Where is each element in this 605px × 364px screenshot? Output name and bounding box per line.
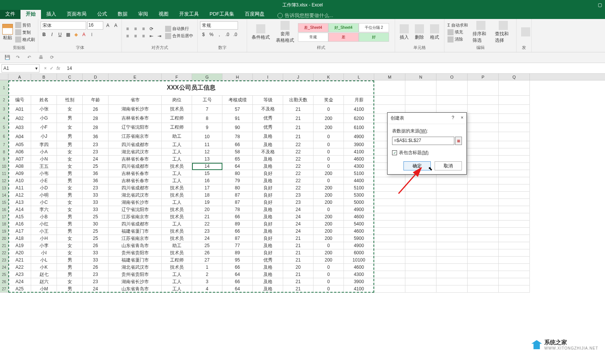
cell[interactable]: 200 xyxy=(314,199,344,206)
format-cells-button[interactable]: 格式 xyxy=(428,24,441,41)
cell[interactable]: 26 xyxy=(83,264,109,271)
cell[interactable] xyxy=(436,96,468,105)
cell[interactable] xyxy=(499,257,530,264)
cell[interactable]: 22 xyxy=(283,141,314,148)
cell[interactable]: A17 xyxy=(8,228,31,235)
cell[interactable]: 14 xyxy=(192,163,222,170)
dialog-help-button[interactable]: ? xyxy=(452,115,454,120)
border-button[interactable]: ▦ xyxy=(65,31,71,38)
cell[interactable]: 23 xyxy=(283,199,314,206)
cell[interactable]: 及格 xyxy=(253,156,283,163)
cell[interactable]: 33 xyxy=(83,257,109,264)
cell[interactable]: 及格 xyxy=(253,242,283,249)
fill-button[interactable]: 填充 xyxy=(447,29,469,36)
cell[interactable]: A09 xyxy=(8,170,31,177)
cell[interactable]: 出勤天数 xyxy=(283,96,314,105)
cell[interactable]: 24 xyxy=(283,206,314,213)
cell[interactable] xyxy=(405,184,436,192)
cell[interactable] xyxy=(374,264,405,271)
cell[interactable]: 24 xyxy=(283,228,314,235)
cell[interactable] xyxy=(468,123,499,132)
cell[interactable] xyxy=(405,264,436,271)
cell[interactable] xyxy=(405,285,436,293)
cell[interactable]: 小李 xyxy=(31,242,57,249)
cell[interactable] xyxy=(499,221,530,228)
cell[interactable]: A21 xyxy=(8,257,31,264)
cell[interactable]: 21 xyxy=(283,114,314,123)
cell[interactable]: 26 xyxy=(192,249,222,257)
cell[interactable]: 女 xyxy=(57,163,83,170)
cell[interactable]: 小M xyxy=(31,285,57,293)
cell[interactable]: A24 xyxy=(8,278,31,285)
undo-icon[interactable]: ↶ xyxy=(27,55,33,61)
cell[interactable]: 0 xyxy=(314,264,344,271)
cell[interactable]: 22 xyxy=(283,163,314,170)
find-select-button[interactable]: 查找和选择 xyxy=(493,20,514,44)
cell[interactable]: 优秀 xyxy=(253,123,283,132)
cut-button[interactable]: 剪切 xyxy=(14,22,36,28)
cell[interactable] xyxy=(499,228,530,235)
cell[interactable]: 3900 xyxy=(344,278,374,285)
row-header[interactable]: 3 xyxy=(0,105,8,114)
cell[interactable] xyxy=(436,278,468,285)
chevron-down-icon[interactable]: ▾ xyxy=(35,66,38,71)
cell[interactable]: 小F xyxy=(31,123,57,132)
cell[interactable] xyxy=(436,199,468,206)
cell[interactable]: 64 xyxy=(222,271,253,278)
tab-pdf-tools[interactable]: PDF工具集 xyxy=(204,9,239,19)
cell[interactable] xyxy=(499,80,530,96)
cell[interactable] xyxy=(405,80,436,96)
cell[interactable]: 66 xyxy=(222,278,253,285)
row-header[interactable]: 25 xyxy=(0,271,8,278)
align-left-button[interactable]: ≡ xyxy=(124,33,131,39)
increase-font-button[interactable]: A xyxy=(104,22,111,29)
row-header[interactable]: 16 xyxy=(0,206,8,213)
cell[interactable]: 湖南省长沙市 xyxy=(109,105,162,114)
cell[interactable]: 2 xyxy=(192,271,222,278)
cell[interactable] xyxy=(468,105,499,114)
cell[interactable]: 25 xyxy=(83,228,109,235)
align-right-button[interactable]: ≡ xyxy=(140,33,147,39)
cell[interactable]: 吉林省长春市 xyxy=(109,156,162,163)
cell[interactable] xyxy=(436,249,468,257)
cell[interactable]: 200 xyxy=(314,114,344,123)
cell[interactable]: A01 xyxy=(8,105,31,114)
cell[interactable]: 男 xyxy=(57,271,83,278)
cell[interactable]: 男 xyxy=(57,264,83,271)
cell[interactable]: 江苏省南京市 xyxy=(109,132,162,141)
row-header[interactable]: 6 xyxy=(0,132,8,141)
cell[interactable]: 贵州省贵阳市 xyxy=(109,249,162,257)
cell[interactable]: 23 xyxy=(192,228,222,235)
cell[interactable]: 及格 xyxy=(253,206,283,213)
style-bad-sheet4[interactable]: 差_Sheet4 xyxy=(298,23,328,32)
cell[interactable]: 男 xyxy=(57,192,83,199)
cell[interactable]: 10100 xyxy=(344,257,374,264)
cell[interactable] xyxy=(499,285,530,293)
cell[interactable] xyxy=(405,278,436,285)
cell[interactable] xyxy=(374,177,405,184)
cell-styles-gallery[interactable]: 差_Sheet4 好_Sheet4 千位分隔 2 常规 差 好 xyxy=(298,23,389,42)
cell[interactable]: 湖北省武汉市 xyxy=(109,192,162,199)
cell[interactable]: 4600 xyxy=(344,156,374,163)
cell[interactable] xyxy=(499,177,530,184)
cell[interactable]: 技术员 xyxy=(162,213,192,221)
column-header-C[interactable]: C xyxy=(57,74,83,80)
cell[interactable]: 良好 xyxy=(253,235,283,242)
cell[interactable] xyxy=(468,285,499,293)
cell[interactable]: 工人 xyxy=(162,199,192,206)
cell[interactable]: 18 xyxy=(192,192,222,199)
cell[interactable]: 17 xyxy=(192,184,222,192)
cell[interactable] xyxy=(405,235,436,242)
cell[interactable]: 200 xyxy=(314,221,344,228)
cell[interactable]: 21 xyxy=(283,235,314,242)
cell[interactable]: 30 xyxy=(83,221,109,228)
align-top-button[interactable]: ≡ xyxy=(124,25,131,32)
cell[interactable]: 小A xyxy=(31,148,57,156)
cell[interactable]: 0 xyxy=(314,163,344,170)
cell[interactable]: 小王 xyxy=(31,228,57,235)
row-header[interactable]: 4 xyxy=(0,114,8,123)
cell[interactable]: A25 xyxy=(8,285,31,293)
cell[interactable] xyxy=(468,163,499,170)
cell[interactable]: 男 xyxy=(57,114,83,123)
cell[interactable] xyxy=(468,228,499,235)
